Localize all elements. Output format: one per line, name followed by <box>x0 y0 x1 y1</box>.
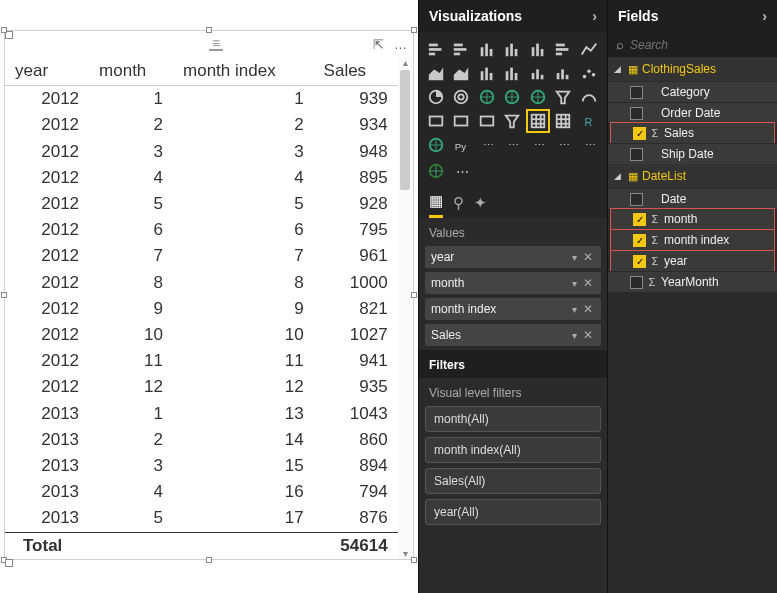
more-visuals-icon[interactable]: ⋯ <box>451 160 473 182</box>
arcgis-icon[interactable] <box>425 160 447 182</box>
field-row[interactable]: ✓ Σ month index <box>610 229 775 251</box>
visual-filter-icon[interactable]: ≡ <box>209 38 223 51</box>
chevron-down-icon[interactable]: ▾ <box>568 330 581 341</box>
filter-pill[interactable]: year(All) <box>425 499 601 525</box>
scatter-icon[interactable] <box>578 62 600 84</box>
field-checkbox[interactable] <box>630 148 643 161</box>
field-checkbox[interactable] <box>630 107 643 120</box>
svg-marker-45 <box>506 116 519 128</box>
column-header[interactable]: Sales <box>314 57 398 86</box>
fields-search[interactable]: ⌕ <box>608 32 777 57</box>
treemap-icon[interactable] <box>476 86 498 108</box>
bar-100-icon[interactable] <box>552 38 574 60</box>
filter-pill[interactable]: Sales(All) <box>425 468 601 494</box>
area-stacked-icon[interactable] <box>450 62 472 84</box>
gauge-icon[interactable] <box>578 86 600 108</box>
field-checkbox[interactable]: ✓ <box>633 127 646 140</box>
fields-tab-icon[interactable]: ▦ <box>429 192 443 218</box>
table-row: 2013416794 <box>5 479 398 505</box>
value-well[interactable]: month ▾ ✕ <box>425 272 601 294</box>
multi-card-icon[interactable] <box>450 110 472 132</box>
slicer-icon[interactable] <box>501 110 523 132</box>
python-icon[interactable]: Py <box>450 134 472 156</box>
svg-text:⋯: ⋯ <box>483 139 494 151</box>
svg-rect-24 <box>510 68 513 81</box>
field-checkbox[interactable]: ✓ <box>633 213 646 226</box>
remove-icon[interactable]: ✕ <box>581 302 595 316</box>
svg-text:⋯: ⋯ <box>534 139 545 151</box>
focus-mode-icon[interactable]: ⇱ <box>373 37 384 52</box>
value-well[interactable]: month index ▾ ✕ <box>425 298 601 320</box>
remove-icon[interactable]: ✕ <box>581 250 595 264</box>
field-table-header[interactable]: ◢ ▦ DateList <box>608 164 777 188</box>
area-icon[interactable] <box>425 62 447 84</box>
field-row[interactable]: Category <box>608 81 777 102</box>
report-canvas[interactable]: ≡ ⇱ … yearmonthmonth indexSales 20121193… <box>0 0 418 593</box>
waterfall-icon[interactable] <box>552 62 574 84</box>
ribbon-icon[interactable] <box>527 62 549 84</box>
funnel-icon[interactable] <box>552 86 574 108</box>
line-icon[interactable] <box>578 38 600 60</box>
custom-visual-icon[interactable]: ⋯ <box>578 134 600 156</box>
field-checkbox[interactable] <box>630 193 643 206</box>
map-icon[interactable] <box>501 86 523 108</box>
paginated-icon[interactable]: ⋯ <box>527 134 549 156</box>
value-well[interactable]: year ▾ ✕ <box>425 246 601 268</box>
field-row[interactable]: ✓ Σ month <box>610 208 775 230</box>
column-100-icon[interactable] <box>527 38 549 60</box>
value-well[interactable]: Sales ▾ ✕ <box>425 324 601 346</box>
bar-clustered-icon[interactable] <box>450 38 472 60</box>
search-input[interactable] <box>630 38 777 52</box>
visualizations-header[interactable]: Visualizations › <box>419 0 607 32</box>
chevron-down-icon[interactable]: ▾ <box>568 278 581 289</box>
sigma-icon: Σ <box>650 255 660 267</box>
filter-pill[interactable]: month index(All) <box>425 437 601 463</box>
table-icon[interactable] <box>527 110 549 132</box>
filled-map-icon[interactable] <box>527 86 549 108</box>
column-stacked-icon[interactable] <box>476 38 498 60</box>
matrix-icon[interactable] <box>552 110 574 132</box>
key-influencers-icon[interactable]: ⋯ <box>476 134 498 156</box>
field-checkbox[interactable] <box>630 86 643 99</box>
kpi-icon[interactable] <box>476 110 498 132</box>
column-clustered-icon[interactable] <box>501 38 523 60</box>
line-column-icon[interactable] <box>476 62 498 84</box>
r-visual-icon[interactable]: R <box>578 110 600 132</box>
pie-icon[interactable] <box>425 86 447 108</box>
bar-stacked-icon[interactable] <box>425 38 447 60</box>
field-row[interactable]: ✓ Σ Sales <box>610 122 775 144</box>
field-row[interactable]: Ship Date <box>608 143 777 164</box>
visual-more-icon[interactable]: … <box>394 37 407 52</box>
card-icon[interactable] <box>425 110 447 132</box>
fields-header[interactable]: Fields › <box>608 0 777 32</box>
column-header[interactable]: year <box>5 57 89 86</box>
analytics-tab-icon[interactable]: ✦ <box>474 194 487 217</box>
chevron-down-icon[interactable]: ▾ <box>568 252 581 263</box>
chevron-right-icon[interactable]: › <box>762 8 767 24</box>
field-checkbox[interactable] <box>630 276 643 289</box>
field-checkbox[interactable]: ✓ <box>633 255 646 268</box>
field-row[interactable]: Date <box>608 188 777 209</box>
field-row[interactable]: Order Date <box>608 102 777 123</box>
filter-pill[interactable]: month(All) <box>425 406 601 432</box>
field-checkbox[interactable]: ✓ <box>633 234 646 247</box>
decomposition-icon[interactable]: ⋯ <box>552 134 574 156</box>
chevron-right-icon[interactable]: › <box>592 8 597 24</box>
donut-icon[interactable] <box>450 86 472 108</box>
svg-rect-12 <box>531 47 534 56</box>
remove-icon[interactable]: ✕ <box>581 328 595 342</box>
field-row[interactable]: Σ YearMonth <box>608 271 777 292</box>
column-header[interactable]: month index <box>173 57 314 86</box>
chevron-down-icon[interactable]: ▾ <box>568 304 581 315</box>
remove-icon[interactable]: ✕ <box>581 276 595 290</box>
format-tab-icon[interactable]: ⚲ <box>453 194 464 217</box>
table-visual-frame[interactable]: ≡ ⇱ … yearmonthmonth indexSales 20121193… <box>4 30 414 560</box>
field-table-group: ◢ ▦ ClothingSales Category Order Date✓ Σ… <box>608 57 777 164</box>
column-header[interactable]: month <box>89 57 173 86</box>
arcgis-icon[interactable] <box>425 134 447 156</box>
field-row[interactable]: ✓ Σ year <box>610 250 775 272</box>
table-scrollbar[interactable]: ▴ ▾ <box>398 57 413 559</box>
field-table-header[interactable]: ◢ ▦ ClothingSales <box>608 57 777 81</box>
line-column-stacked-icon[interactable] <box>501 62 523 84</box>
qa-icon[interactable]: ⋯ <box>501 134 523 156</box>
